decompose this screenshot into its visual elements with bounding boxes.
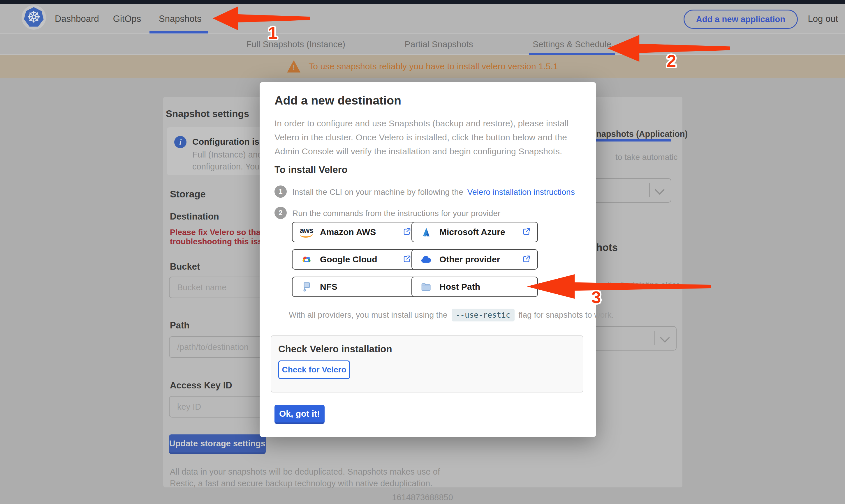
provider-button-aws[interactable]: aws Amazon AWS — [292, 222, 418, 242]
timestamp: 1614873688850 — [0, 493, 845, 502]
modal-intro-text: In order to configure and use Snapshots … — [275, 116, 580, 158]
select-divider — [649, 183, 650, 197]
access-key-label: Access Key ID — [170, 380, 232, 391]
bucket-label: Bucket — [170, 262, 200, 272]
step-2-text: Run the commands from the instructions f… — [292, 209, 500, 218]
restic-note-suffix: flag for snapshots to work. — [519, 310, 614, 320]
step-1-text: Install the CLI on your machine by follo… — [292, 187, 575, 197]
step-1-label: Install the CLI on your machine by follo… — [292, 187, 463, 197]
nav-item-gitops[interactable]: GitOps — [112, 4, 142, 34]
warning-banner-text: To use snapshots reliably you have to in… — [309, 61, 558, 71]
tab-partial-snapshots-truncated[interactable]: napshots (Application) — [596, 129, 688, 139]
add-application-button[interactable]: Add a new application — [684, 10, 798, 29]
restic-note: With all providers, you must install usi… — [289, 309, 614, 321]
destination-heading: Destination — [170, 211, 219, 222]
provider-label: Other provider — [439, 254, 500, 264]
window-top-strip — [0, 0, 845, 4]
schedule-hint-text: to take automatic — [615, 152, 677, 162]
storage-heading: Storage — [170, 189, 206, 200]
modal-title: Add a new destination — [275, 94, 401, 107]
google-cloud-logo-icon — [299, 253, 314, 266]
select-divider — [654, 331, 655, 345]
velero-instructions-link[interactable]: Velero installation instructions — [468, 187, 575, 197]
check-velero-button[interactable]: Check for Velero — [278, 360, 350, 379]
velero-error-text: troubleshooting this issue — [170, 237, 272, 246]
step-2-badge: 2 — [275, 207, 287, 219]
page-title: Snapshot settings — [166, 108, 249, 119]
tab-full-snapshots[interactable]: Full Snapshots (Instance) — [245, 34, 347, 54]
external-link-icon — [403, 227, 411, 237]
warning-icon — [287, 60, 300, 72]
step-1-badge: 1 — [275, 185, 287, 198]
nav-item-snapshots[interactable]: Snapshots — [159, 4, 198, 34]
annotation-label-3: 3 — [592, 289, 601, 306]
external-link-icon — [403, 254, 411, 264]
dedup-footnote: Restic, a fast and secure backup technol… — [170, 479, 433, 488]
install-velero-heading: To install Velero — [275, 164, 348, 175]
provider-button-nfs[interactable]: NFS — [292, 276, 418, 297]
dedup-footnote: All data in your snapshots will be dedup… — [170, 467, 440, 476]
tab-partial-snapshots[interactable]: Partial Snapshots (Application) — [382, 34, 496, 54]
velero-warning-banner: To use snapshots reliably you have to in… — [0, 55, 845, 78]
provider-button-google-cloud[interactable]: Google Cloud — [292, 249, 418, 270]
nfs-icon — [299, 281, 314, 293]
provider-label: Microsoft Azure — [439, 227, 505, 237]
logout-button[interactable]: Log out — [808, 4, 838, 34]
add-destination-modal: Add a new destination In order to config… — [260, 82, 596, 437]
nav-item-dashboard[interactable]: Dashboard — [55, 4, 97, 34]
right-heading-truncated: hots — [596, 242, 618, 253]
retention-select[interactable] — [583, 326, 676, 350]
velero-error-text: Please fix Velero so that th — [170, 228, 273, 237]
kubernetes-logo: ☸ — [21, 5, 46, 30]
info-icon: i — [174, 136, 187, 148]
active-nav-underline — [149, 31, 208, 34]
provider-label: Host Path — [439, 282, 480, 292]
provider-label: Amazon AWS — [320, 227, 376, 237]
provider-button-other[interactable]: Other provider — [411, 249, 538, 270]
active-tab-underline — [529, 53, 615, 55]
update-storage-button[interactable]: Update storage settings — [169, 434, 266, 454]
cloud-icon — [418, 253, 434, 266]
chevron-down-icon — [655, 185, 665, 195]
folder-icon — [418, 281, 434, 293]
azure-logo-icon — [418, 227, 434, 238]
annotation-label-1: 1 — [268, 24, 277, 41]
restic-note-prefix: With all providers, you must install usi… — [289, 310, 447, 320]
restic-flag-chip: --use-restic — [452, 309, 514, 321]
external-link-icon — [522, 254, 531, 264]
aws-logo-icon: aws — [299, 227, 314, 238]
tab-settings-schedule[interactable]: Settings & Schedule — [529, 34, 615, 54]
external-link-icon — [522, 227, 531, 237]
annotation-label-2: 2 — [667, 52, 676, 69]
provider-label: Google Cloud — [320, 254, 377, 264]
provider-button-host-path[interactable]: Host Path — [411, 276, 538, 297]
ok-got-it-button[interactable]: Ok, got it! — [275, 405, 324, 424]
helm-wheel-icon: ☸ — [23, 7, 44, 28]
check-velero-title: Check Velero installation — [278, 344, 392, 355]
provider-label: NFS — [320, 282, 337, 292]
provider-button-azure[interactable]: Microsoft Azure — [411, 222, 538, 242]
admin-console-page: ☸ Dashboard GitOps Snapshots Add a new a… — [0, 0, 845, 504]
path-label: Path — [170, 320, 189, 331]
chevron-down-icon — [660, 333, 670, 343]
